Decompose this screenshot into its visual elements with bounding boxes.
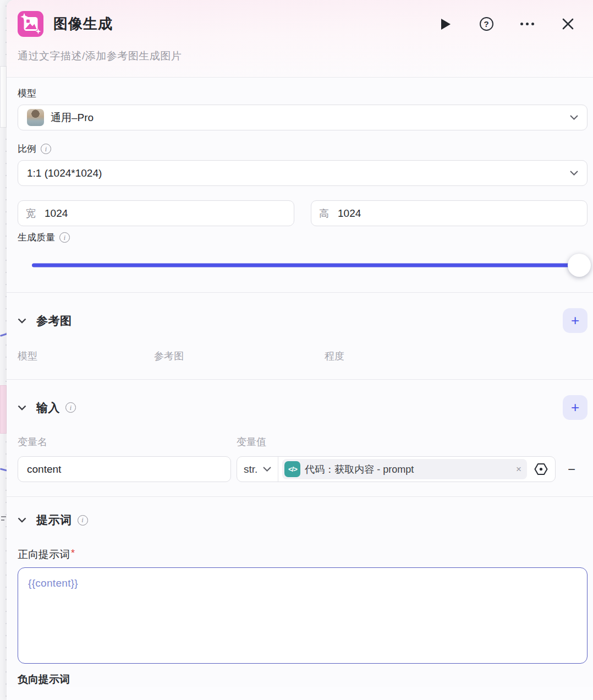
- ellipsis-icon: [520, 23, 534, 25]
- close-icon: [562, 18, 574, 30]
- canvas-artifact-node: [0, 385, 7, 434]
- height-field[interactable]: 高: [311, 200, 587, 226]
- collapse-chevron-icon[interactable]: [18, 517, 26, 523]
- variable-type-select[interactable]: str.: [237, 457, 278, 482]
- image-generation-config-panel: 图像生成 ? 通过文字描述/: [7, 0, 593, 700]
- height-prefix: 高: [319, 207, 329, 220]
- column-reference: 参考图: [154, 349, 325, 363]
- plus-icon: +: [571, 399, 579, 416]
- quality-slider-track[interactable]: [32, 264, 580, 267]
- variable-type-value: str.: [244, 463, 257, 475]
- close-button[interactable]: [560, 17, 575, 32]
- column-variable-name: 变量名: [18, 435, 237, 449]
- info-icon[interactable]: i: [41, 144, 51, 154]
- variable-value-tag[interactable]: </> 代码：获取内容 - prompt ×: [282, 459, 527, 479]
- variable-value-field: str. </> 代码：获取内容 - prompt ×: [237, 456, 556, 482]
- panel-subtitle: 通过文字描述/添加参考图生成图片: [18, 49, 582, 63]
- model-label: 模型: [18, 87, 587, 100]
- canvas-artifact: [1, 516, 6, 517]
- prompt-section-title: 提示词: [36, 512, 72, 528]
- chevron-down-icon: [263, 467, 271, 472]
- collapse-chevron-icon[interactable]: [18, 318, 26, 324]
- question-icon: ?: [480, 17, 493, 31]
- variable-value-label: 代码：获取内容 - prompt: [305, 463, 512, 476]
- width-prefix: 宽: [26, 207, 36, 220]
- ratio-select[interactable]: 1:1 (1024*1024): [18, 160, 587, 186]
- plus-icon: +: [571, 312, 579, 329]
- reference-image-section: 参考图 + 模型 参考图 程度: [7, 292, 593, 379]
- add-reference-button[interactable]: +: [563, 308, 587, 333]
- panel-header: 图像生成 ? 通过文字描述/: [7, 0, 593, 78]
- quality-slider-handle[interactable]: [568, 254, 591, 277]
- chevron-down-icon: [570, 171, 578, 176]
- column-variable-value: 变量值: [237, 435, 266, 449]
- chevron-down-icon: [570, 115, 578, 120]
- positive-prompt-label: 正向提示词 *: [18, 548, 587, 562]
- variable-name-input[interactable]: [27, 463, 222, 475]
- input-section: 输入 i + 变量名 变量值 str. </> 代码：获取内容 - prompt: [7, 379, 593, 496]
- info-icon[interactable]: i: [59, 232, 70, 243]
- height-input[interactable]: [338, 207, 579, 220]
- ratio-label: 比例 i: [18, 143, 587, 155]
- negative-prompt-label: 负向提示词: [18, 672, 587, 687]
- code-icon: </>: [284, 461, 300, 477]
- quality-slider-fill: [32, 264, 580, 267]
- reference-section-title: 参考图: [36, 313, 72, 329]
- reference-column-headers: 模型 参考图 程度: [18, 349, 587, 379]
- reference-picker-button[interactable]: [527, 462, 555, 477]
- help-button[interactable]: ?: [479, 17, 494, 32]
- width-field[interactable]: 宽: [18, 200, 294, 226]
- input-column-headers: 变量名 变量值: [18, 435, 587, 454]
- clear-value-icon[interactable]: ×: [516, 464, 521, 475]
- play-icon: [440, 18, 452, 31]
- info-icon[interactable]: i: [78, 515, 88, 526]
- remove-row-button[interactable]: −: [556, 462, 587, 477]
- canvas-artifact: [1, 519, 4, 521]
- collapse-chevron-icon[interactable]: [18, 405, 26, 411]
- ratio-select-value: 1:1 (1024*1024): [27, 167, 102, 179]
- more-options-button[interactable]: [519, 17, 535, 32]
- input-section-title: 输入: [36, 400, 60, 415]
- hexagon-node-icon: [534, 462, 548, 477]
- base-settings-section: 模型 通用–Pro 比例 i 1:1 (1024*1024) 宽 高: [7, 78, 593, 292]
- variable-row: str. </> 代码：获取内容 - prompt × −: [18, 456, 587, 496]
- model-select[interactable]: 通用–Pro: [18, 105, 587, 130]
- panel-title: 图像生成: [53, 14, 113, 34]
- column-degree: 程度: [325, 349, 344, 363]
- model-avatar: [27, 109, 44, 126]
- required-mark: *: [71, 548, 75, 559]
- width-input[interactable]: [45, 207, 286, 220]
- add-input-button[interactable]: +: [563, 395, 587, 420]
- model-select-value: 通用–Pro: [51, 111, 94, 125]
- quality-slider[interactable]: [32, 253, 585, 278]
- run-button[interactable]: [438, 17, 453, 32]
- column-model: 模型: [18, 349, 154, 363]
- canvas-artifact-node: [0, 66, 7, 128]
- prompt-section: 提示词 i 正向提示词 * {{content}} 负向提示词: [7, 496, 593, 687]
- image-generation-icon: [18, 11, 43, 37]
- quality-label: 生成质量 i: [18, 231, 587, 244]
- info-icon[interactable]: i: [65, 402, 76, 413]
- positive-prompt-textarea[interactable]: {{content}}: [18, 567, 587, 664]
- variable-name-field[interactable]: [18, 456, 231, 482]
